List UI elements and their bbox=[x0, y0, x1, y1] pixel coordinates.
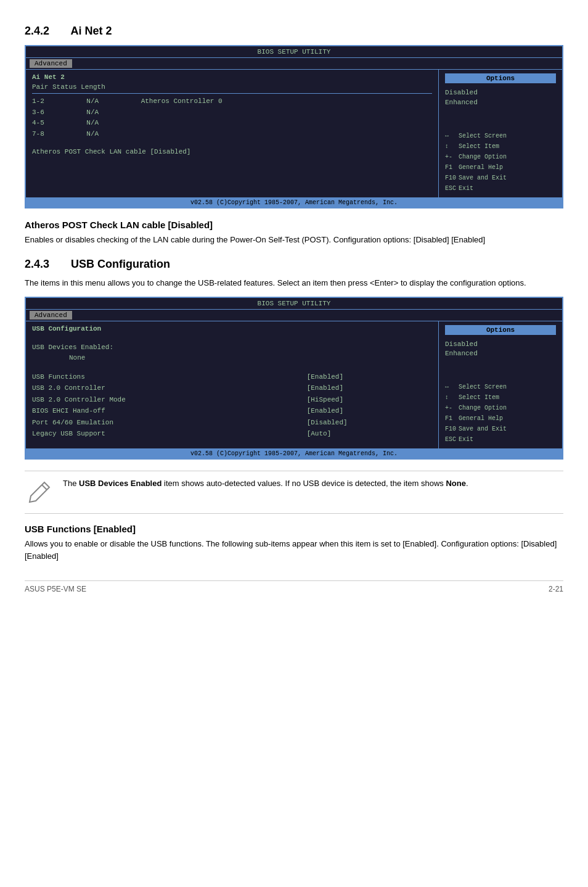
usb-functions-title: USB Functions [Enabled] bbox=[25, 524, 563, 534]
pair-4-desc bbox=[141, 129, 432, 140]
table-row: ↔ Select Screen bbox=[445, 131, 509, 141]
bios-title-bar-2: BIOS SETUP UTILITY bbox=[26, 298, 562, 310]
pair-1-desc: Atheros Controller 0 bbox=[141, 96, 432, 107]
pencil-icon bbox=[27, 480, 52, 505]
table-row: ESC Exit bbox=[445, 183, 509, 194]
key-f1-2: F1 bbox=[445, 413, 459, 424]
bios-divider-1 bbox=[32, 93, 432, 94]
pair-2-pair: 3-6 bbox=[32, 107, 86, 118]
bios-options-title-2: Options bbox=[445, 325, 556, 335]
usb-functions-body: Allows you to enable or disable the USB … bbox=[25, 538, 563, 562]
table-row: BIOS EHCI Hand-off [Enabled] bbox=[32, 405, 432, 417]
bios-keys-1: ↔ Select Screen ↕ Select Item +- Change … bbox=[445, 131, 556, 194]
table-row: 3-6 N/A bbox=[32, 107, 432, 118]
pair-2-status: N/A bbox=[86, 107, 141, 118]
key-esc-1: ESC bbox=[445, 183, 459, 194]
bios-tab-advanced-2[interactable]: Advanced bbox=[30, 311, 72, 320]
table-row: ESC Exit bbox=[445, 434, 509, 445]
table-row: USB Functions [Enabled] bbox=[32, 371, 432, 383]
bios-box-2: BIOS SETUP UTILITY Advanced USB Configur… bbox=[25, 297, 563, 460]
bios-keys-table-1: ↔ Select Screen ↕ Select Item +- Change … bbox=[445, 131, 509, 194]
key-esc-2: ESC bbox=[445, 434, 459, 445]
table-row: 7-8 N/A bbox=[32, 129, 432, 140]
page-footer: ASUS P5E-VM SE 2-21 bbox=[25, 580, 563, 593]
bios-ehci-label: BIOS EHCI Hand-off bbox=[32, 405, 307, 417]
table-row: ↕ Select Item bbox=[445, 141, 509, 152]
section-242-title: Ai Net 2 bbox=[70, 25, 112, 37]
bios-option-disabled-1: Disabled bbox=[445, 87, 556, 99]
key-f10-1: F10 bbox=[445, 173, 459, 183]
key-change-option-1: Change Option bbox=[459, 152, 509, 162]
pair-3-pair: 4-5 bbox=[32, 118, 86, 129]
bios-option-enhanced-1: Enhanced bbox=[445, 99, 556, 106]
pair-2-desc bbox=[141, 107, 432, 118]
key-select-screen-2: Select Screen bbox=[459, 382, 509, 392]
note-box: The USB Devices Enabled item shows auto-… bbox=[25, 471, 563, 514]
table-row: +- Change Option bbox=[445, 152, 509, 162]
bios-right-2: Options Disabled Enhanced ↔ Select Scree… bbox=[439, 321, 562, 449]
pair-1-status: N/A bbox=[86, 96, 141, 107]
table-row: USB 2.0 Controller Mode [HiSpeed] bbox=[32, 394, 432, 406]
key-general-help-2: General Help bbox=[459, 413, 509, 424]
section-243-number: 2.4.3 bbox=[25, 258, 49, 270]
key-select-item-1: Select Item bbox=[459, 141, 509, 152]
bios-screen-title-1: Ai Net 2 bbox=[32, 73, 432, 81]
note-text: The USB Devices Enabled item shows auto-… bbox=[63, 477, 468, 490]
section-242-number: 2.4.2 bbox=[25, 25, 49, 37]
usb-devices-value: None bbox=[32, 353, 432, 364]
key-exit-1: Exit bbox=[459, 183, 509, 194]
bios-footer-2: v02.58 (C)Copyright 1985-2007, American … bbox=[26, 448, 562, 458]
table-row: +- Change Option bbox=[445, 403, 509, 413]
table-row: ↔ Select Screen bbox=[445, 382, 509, 392]
key-save-exit-2: Save and Exit bbox=[459, 424, 509, 434]
bios-screen-title-2: USB Configuration bbox=[32, 325, 432, 332]
usb-devices-label: USB Devices Enabled: bbox=[32, 342, 432, 353]
section-243: 2.4.3 USB Configuration The items in thi… bbox=[25, 258, 563, 460]
pair-4-status: N/A bbox=[86, 129, 141, 140]
bios-tab-row-1: Advanced bbox=[26, 58, 562, 70]
legacy-usb-value: [Auto] bbox=[307, 428, 432, 440]
bios-footer-1: v02.58 (C)Copyright 1985-2007, American … bbox=[26, 197, 562, 207]
key-change-option-2: Change Option bbox=[459, 403, 509, 413]
key-select-screen-1: Select Screen bbox=[459, 131, 509, 141]
footer-right: 2-21 bbox=[549, 585, 563, 593]
bios-tab-row-2: Advanced bbox=[26, 310, 562, 321]
pair-4-pair: 7-8 bbox=[32, 129, 86, 140]
key-general-help-1: General Help bbox=[459, 162, 509, 173]
bios-title-bar-1: BIOS SETUP UTILITY bbox=[26, 46, 562, 58]
key-f1-1: F1 bbox=[445, 162, 459, 173]
pair-3-desc bbox=[141, 118, 432, 129]
bios-options-title-1: Options bbox=[445, 73, 556, 83]
table-row: Port 64/60 Emulation [Disabled] bbox=[32, 417, 432, 429]
bios-columns-1: Pair Status Length bbox=[32, 83, 432, 91]
table-row: 4-5 N/A bbox=[32, 118, 432, 129]
key-plusminus-1: +- bbox=[445, 152, 459, 162]
footer-left: ASUS P5E-VM SE bbox=[25, 585, 86, 593]
usb-functions-section: USB Functions [Enabled] Allows you to en… bbox=[25, 524, 563, 562]
table-row: ↕ Select Item bbox=[445, 392, 509, 403]
usb-config-intro: The items in this menu allows you to cha… bbox=[25, 277, 563, 289]
atheros-section: Atheros POST Check LAN cable [Disabled] … bbox=[25, 220, 563, 246]
section-242-heading: 2.4.2 Ai Net 2 bbox=[25, 25, 563, 38]
usb-controller-mode-label: USB 2.0 Controller Mode bbox=[32, 394, 307, 406]
section-242: 2.4.2 Ai Net 2 BIOS SETUP UTILITY Advanc… bbox=[25, 25, 563, 208]
port-emulation-value: [Disabled] bbox=[307, 417, 432, 429]
usb-controller-mode-value: [HiSpeed] bbox=[307, 394, 432, 406]
table-row: Legacy USB Support [Auto] bbox=[32, 428, 432, 440]
note-icon bbox=[25, 477, 54, 507]
bios-ehci-value: [Enabled] bbox=[307, 405, 432, 417]
bios-left-1: Ai Net 2 Pair Status Length 1-2 N/A Athe… bbox=[26, 70, 439, 197]
bios-left-2: USB Configuration USB Devices Enabled: N… bbox=[26, 321, 439, 449]
bios-tab-advanced-1[interactable]: Advanced bbox=[30, 59, 72, 68]
bios-keys-2: ↔ Select Screen ↕ Select Item +- Change … bbox=[445, 382, 556, 445]
key-arrows-h-2: ↔ bbox=[445, 382, 459, 392]
key-exit-2: Exit bbox=[459, 434, 509, 445]
table-row: F1 General Help bbox=[445, 162, 509, 173]
bios-keys-table-2: ↔ Select Screen ↕ Select Item +- Change … bbox=[445, 382, 509, 445]
usb-items-table: USB Functions [Enabled] USB 2.0 Controll… bbox=[32, 371, 432, 440]
section-243-title: USB Configuration bbox=[71, 258, 170, 270]
pair-3-status: N/A bbox=[86, 118, 141, 129]
usb-controller-label: USB 2.0 Controller bbox=[32, 382, 307, 394]
bios-option-disabled-2: Disabled bbox=[445, 339, 556, 350]
usb-functions-label: USB Functions bbox=[32, 371, 307, 383]
